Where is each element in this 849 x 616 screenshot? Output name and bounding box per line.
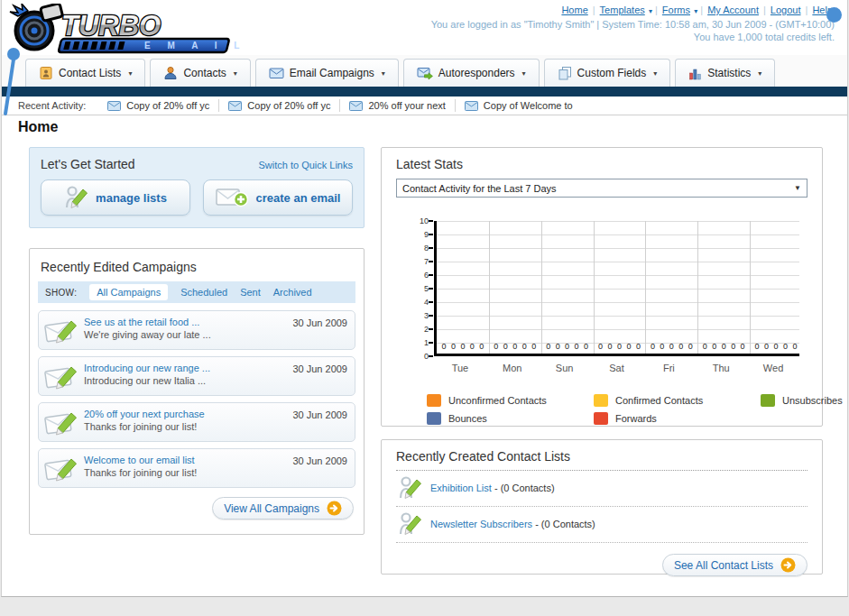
campaign-title-link[interactable]: See us at the retail food ... <box>84 317 199 327</box>
contact-activity-chart: 0123456789100000000000000000000000000000… <box>409 221 806 380</box>
gridline <box>437 289 799 290</box>
switch-quick-links-link[interactable]: Switch to Quick Links <box>258 160 353 170</box>
gridline <box>437 316 799 317</box>
value-label: 0 <box>741 342 745 351</box>
x-axis-label: Wed <box>747 363 799 373</box>
gridline <box>594 221 595 354</box>
recent-activity-item-label: Copy of 20% off yc <box>247 100 330 111</box>
get-started-title: Let's Get Started <box>41 157 135 171</box>
nav-separator: | <box>806 5 808 15</box>
tab-label: Contacts <box>183 67 226 79</box>
campaign-title-link[interactable]: Welcome to our email list <box>84 455 195 465</box>
campaign-text: See us at the retail food ...We're givin… <box>84 316 285 341</box>
value-label: 0 <box>494 342 498 351</box>
campaign-title-link[interactable]: 20% off your next purchase <box>84 409 205 419</box>
top-link-logout[interactable]: Logout <box>771 5 801 15</box>
value-label: 0 <box>479 342 484 351</box>
value-label: 0 <box>731 342 735 351</box>
top-link-home[interactable]: Home <box>561 5 587 15</box>
see-all-contact-lists-button[interactable]: See All Contact Lists <box>662 554 807 576</box>
envelope-pencil-icon <box>44 363 84 391</box>
tab-autoresponders[interactable]: Autoresponders▾ <box>403 59 540 87</box>
main-nav: Contact Lists▾Contacts▾Email Campaigns▾A… <box>2 55 847 87</box>
tab-email-campaigns[interactable]: Email Campaigns▾ <box>255 59 399 87</box>
tab-label: Email Campaigns <box>290 67 374 79</box>
campaign-date: 30 Jun 2009 <box>292 409 347 420</box>
y-axis-tick <box>429 301 433 303</box>
legend-item-bounces: Bounces <box>427 412 594 425</box>
y-axis-label: 1 <box>409 338 429 347</box>
latest-stats-panel: Latest Stats Contact Activity for the La… <box>381 147 823 427</box>
contact-list-text: Newsletter Subscribers - (0 Contacts) <box>430 519 595 529</box>
top-link-my-account[interactable]: My Account <box>707 5 759 15</box>
chevron-down-icon: ▾ <box>653 69 657 78</box>
value-label: 0 <box>503 342 508 351</box>
value-label: 0 <box>651 342 655 351</box>
top-link-templates[interactable]: Templates <box>600 5 645 15</box>
campaign-row: See us at the retail food ...We're givin… <box>38 310 355 350</box>
legend-item-forwards: Forwards <box>594 412 761 425</box>
chevron-down-icon: ▾ <box>234 69 237 78</box>
recent-activity-item[interactable]: Copy of Welcome to <box>455 99 582 112</box>
login-info: You are logged in as "Timothy Smith" | S… <box>431 19 835 30</box>
tab-contact-lists[interactable]: Contact Lists▾ <box>25 59 145 87</box>
gridline <box>437 262 799 262</box>
campaign-subtitle: We're giving away our late ... <box>84 328 285 341</box>
tab-contacts[interactable]: Contacts▾ <box>150 59 250 87</box>
gridline <box>437 275 799 276</box>
value-label: 0 <box>626 342 631 351</box>
nav-separator: | <box>763 5 766 15</box>
campaign-tab-archived[interactable]: Archived <box>273 287 312 298</box>
recent-activity-item[interactable]: Copy of 20% off yc <box>218 99 339 112</box>
chevron-down-icon: ▾ <box>692 7 697 15</box>
recent-activity-bar: Recent Activity: Copy of 20% off ycCopy … <box>2 97 847 115</box>
campaign-title-link[interactable]: Introducing our new range ... <box>84 363 210 373</box>
x-axis-label: Mon <box>486 363 539 373</box>
y-axis-tick <box>429 315 433 317</box>
campaign-row: Welcome to our email listThanks for join… <box>38 448 355 488</box>
value-label: 0 <box>460 342 465 351</box>
arrow-circle-icon <box>780 557 796 573</box>
view-all-campaigns-button[interactable]: View All Campaigns <box>212 497 354 519</box>
value-labels-group: 00000 <box>697 342 750 351</box>
legend-item-unconfirmed-contacts: Unconfirmed Contacts <box>427 394 594 407</box>
gridline <box>437 221 799 222</box>
stats-period-select[interactable]: Contact Activity for the Last 7 Days ▼ <box>396 179 807 198</box>
chevron-down-icon: ▾ <box>382 69 385 78</box>
y-axis-label: 7 <box>409 257 429 266</box>
stats-period-value: Contact Activity for the Last 7 Days <box>402 183 557 194</box>
contact-lists-panel: Recently Created Contact Lists Exhibitio… <box>381 439 823 575</box>
tab-statistics[interactable]: Statistics▾ <box>675 59 775 87</box>
value-label: 0 <box>531 342 536 351</box>
y-axis-tick <box>429 220 433 222</box>
tab-custom-fields[interactable]: Custom Fields▾ <box>544 59 671 87</box>
y-axis-label: 4 <box>409 298 429 307</box>
contact-list-link[interactable]: Newsletter Subscribers <box>430 519 532 529</box>
campaign-date: 30 Jun 2009 <box>292 363 347 374</box>
envelope-icon <box>228 101 242 111</box>
campaign-subtitle: Introducing our new Italia ... <box>84 374 285 387</box>
recent-activity-item[interactable]: 20% off your next <box>339 99 454 112</box>
envelope-pencil-icon <box>44 317 84 345</box>
campaign-subtitle: Thanks for joining our list! <box>84 420 285 433</box>
campaign-tab-scheduled[interactable]: Scheduled <box>180 287 227 298</box>
value-label: 0 <box>470 342 475 351</box>
tab-label: Statistics <box>707 67 751 79</box>
help-bubble-icon[interactable] <box>826 7 842 23</box>
create-email-button[interactable]: create an email <box>203 179 353 216</box>
nav-separator: | <box>700 5 703 15</box>
value-label: 0 <box>783 342 788 351</box>
legend-swatch <box>427 394 441 407</box>
campaigns-title: Recently Edited Campaigns <box>41 260 355 274</box>
main-nav-tabs: Contact Lists▾Contacts▾Email Campaigns▾A… <box>25 59 775 87</box>
recent-activity-item[interactable]: Copy of 20% off yc <box>98 99 218 112</box>
nav-separator: | <box>593 5 595 15</box>
contact-list-link[interactable]: Exhibition List <box>430 483 492 493</box>
y-axis-tick <box>429 261 433 262</box>
envelope-icon <box>349 101 363 111</box>
top-link-forms[interactable]: Forms <box>662 5 690 15</box>
campaign-tab-sent[interactable]: Sent <box>240 287 261 298</box>
campaign-tab-all-campaigns[interactable]: All Campaigns <box>89 284 168 300</box>
y-axis-label: 3 <box>409 311 429 320</box>
manage-lists-button[interactable]: manage lists <box>41 179 190 216</box>
